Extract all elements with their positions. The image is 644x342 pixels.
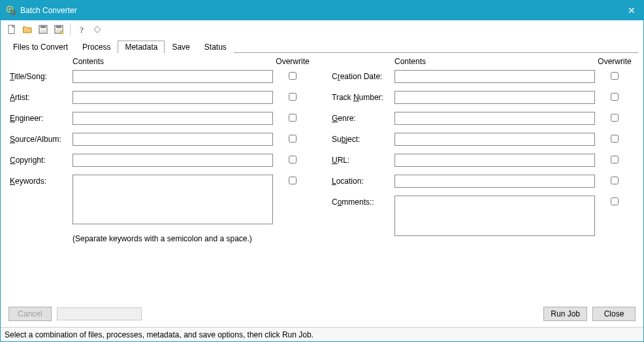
cancel-button[interactable]: Cancel [8,307,52,321]
run-job-button[interactable]: Run Job [543,307,587,321]
app-icon [6,5,16,16]
title-label: Title/Song: [10,70,72,81]
svg-rect-6 [40,26,46,28]
location-input[interactable] [394,175,595,188]
engineer-overwrite-checkbox[interactable] [289,114,297,122]
genre-overwrite-checkbox[interactable] [611,114,619,122]
copyright-overwrite-checkbox[interactable] [289,156,297,163]
contents-header-left: Contents [72,57,273,66]
track-number-input[interactable] [394,91,595,104]
track-number-label: Track Number: [332,91,394,102]
svg-rect-7 [40,29,46,33]
keywords-hint: (Separate keywords with a semicolon and … [72,234,312,243]
creation-date-overwrite-checkbox[interactable] [611,72,619,80]
metadata-panel: Contents Overwrite Title/Song: Artist: E… [1,53,643,301]
diamond-icon[interactable] [91,24,103,35]
toolbar-separator [70,24,71,35]
app-window: Batch Converter ✕ ? Files to Convert Pro… [0,0,644,342]
new-file-icon[interactable] [6,24,18,35]
comments-label: Comments:: [332,196,394,207]
tab-save[interactable]: Save [165,41,197,53]
comments-overwrite-checkbox[interactable] [611,197,619,205]
genre-input[interactable] [394,112,595,125]
svg-point-3 [12,12,14,13]
engineer-label: Engineer: [10,112,72,123]
artist-input[interactable] [72,91,273,104]
creation-date-label: Creation Date: [332,70,394,81]
genre-label: Genre: [332,112,394,123]
save-icon[interactable] [37,24,49,35]
url-input[interactable] [394,154,595,167]
status-text: Select a combination of files, processes… [5,330,314,339]
button-bar: Cancel Run Job Close [1,301,643,327]
url-overwrite-checkbox[interactable] [611,156,619,163]
artist-overwrite-checkbox[interactable] [289,93,297,101]
location-label: Location: [332,175,394,186]
toolbar: ? [1,20,643,39]
help-icon[interactable]: ? [76,24,88,35]
url-label: URL: [332,154,394,165]
tabstrip: Files to Convert Process Metadata Save S… [1,39,643,53]
tab-files-to-convert[interactable]: Files to Convert [6,41,75,53]
right-column: Contents Overwrite Creation Date: Track … [332,57,634,246]
subject-overwrite-checkbox[interactable] [611,135,619,143]
subject-label: Subject: [332,133,394,144]
title-input[interactable] [72,70,273,83]
svg-point-11 [61,31,63,34]
overwrite-header-right: Overwrite [595,57,634,66]
open-folder-icon[interactable] [22,24,33,35]
left-column: Contents Overwrite Title/Song: Artist: E… [10,57,312,246]
overwrite-header-left: Overwrite [273,57,312,66]
svg-point-1 [9,9,11,10]
artist-label: Artist: [10,91,72,102]
subject-input[interactable] [394,133,595,146]
copyright-label: Copyright: [10,154,72,165]
close-button[interactable]: Close [592,307,636,321]
svg-text:?: ? [80,25,84,35]
source-input[interactable] [72,133,273,146]
track-number-overwrite-checkbox[interactable] [611,93,619,101]
close-icon[interactable]: ✕ [625,5,638,16]
creation-date-input[interactable] [394,70,595,83]
progress-bar [57,307,142,320]
tab-metadata[interactable]: Metadata [118,41,165,53]
titlebar: Batch Converter ✕ [1,1,643,20]
contents-header-right: Contents [394,57,595,66]
keywords-label: Keywords: [10,175,72,186]
source-label: Source/Album: [10,133,72,144]
keywords-overwrite-checkbox[interactable] [289,177,297,184]
comments-input[interactable] [394,196,595,236]
keywords-input[interactable] [72,175,273,224]
save-as-icon[interactable] [53,24,65,35]
tab-process[interactable]: Process [75,41,118,53]
window-title: Batch Converter [20,6,625,15]
copyright-input[interactable] [72,154,273,167]
status-bar: Select a combination of files, processes… [1,327,643,341]
tab-status[interactable]: Status [197,41,234,53]
title-overwrite-checkbox[interactable] [289,72,297,80]
source-overwrite-checkbox[interactable] [289,135,297,143]
engineer-input[interactable] [72,112,273,125]
svg-rect-9 [56,26,61,28]
location-overwrite-checkbox[interactable] [611,177,619,184]
